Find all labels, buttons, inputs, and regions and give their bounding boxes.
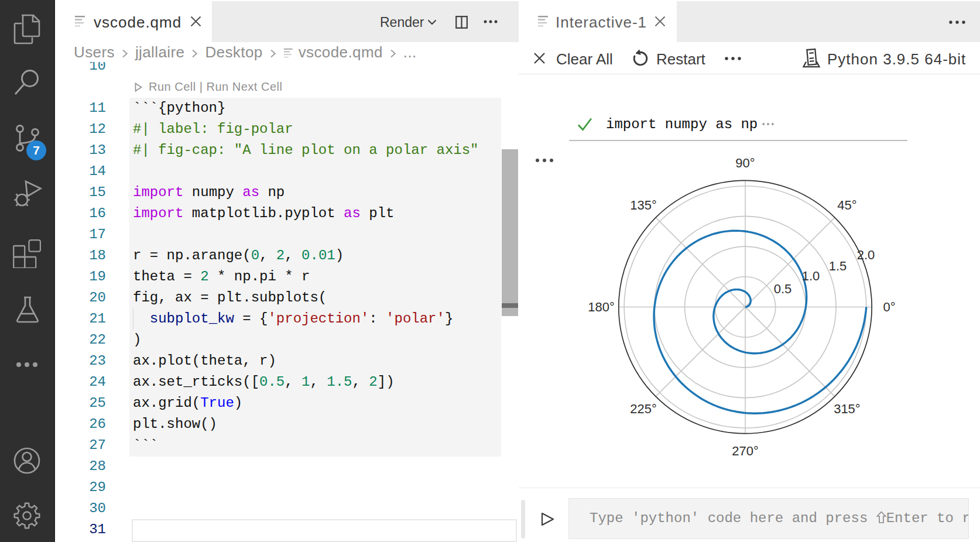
svg-text:1.5: 1.5 (829, 259, 847, 273)
svg-text:0°: 0° (883, 300, 895, 314)
svg-text:45°: 45° (837, 198, 856, 212)
svg-text:0.5: 0.5 (774, 282, 792, 296)
svg-text:270°: 270° (732, 444, 759, 458)
svg-text:225°: 225° (630, 402, 657, 416)
svg-text:2.0: 2.0 (857, 248, 875, 262)
svg-text:1.0: 1.0 (802, 269, 820, 283)
svg-text:315°: 315° (834, 402, 861, 416)
svg-text:180°: 180° (588, 300, 615, 314)
svg-text:90°: 90° (735, 156, 755, 170)
svg-text:135°: 135° (630, 198, 657, 212)
